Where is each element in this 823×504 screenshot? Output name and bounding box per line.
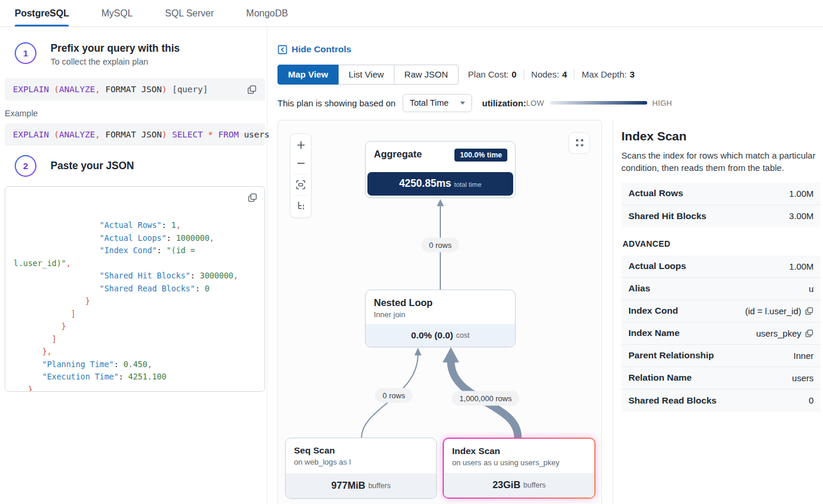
node-metric: 23GiB buffers (444, 473, 594, 498)
copy-icon[interactable] (247, 193, 257, 203)
max-depth-stat: Max Depth:3 (581, 69, 634, 79)
chevron-down-icon (460, 102, 465, 105)
detail-row: Aliasu (621, 278, 821, 300)
tab-postgresql[interactable]: PostgreSQL (15, 0, 69, 26)
node-nested-loop[interactable]: Nested Loop Inner join 0.0% (0.0) cost (365, 290, 516, 347)
map-toolbar (290, 133, 312, 218)
map-view-button[interactable]: Map View (277, 65, 339, 85)
edge-label-rows: 0 rows (375, 388, 413, 402)
copy-icon[interactable] (805, 329, 814, 338)
node-metric: 977MiB buffers (286, 473, 436, 498)
detail-row: Index Cond (id = l.user_id) (621, 300, 821, 322)
step-1-subtitle: To collect the explain plan (51, 57, 180, 66)
detail-row: Index Name users_pkey (621, 322, 821, 345)
node-metric: 0.0% (0.0) cost (366, 324, 515, 347)
fit-view-button[interactable] (292, 176, 309, 194)
node-subtitle: on users as u using users_pkey (452, 458, 594, 467)
showing-based-on-label: This plan is showing based on (277, 98, 396, 108)
step-2-title: Paste your JSON (51, 160, 134, 172)
fullscreen-button[interactable] (568, 132, 590, 154)
prefix-code: EXPLAIN (ANALYZE, FORMAT JSON) [query] (13, 85, 247, 94)
node-metric: 4250.85ms total time (367, 172, 513, 196)
metric-dropdown-value: Total Time (410, 98, 449, 107)
utilization-high-label: HIGH (653, 99, 673, 107)
example-label: Example (5, 109, 267, 118)
details-title: Index Scan (621, 129, 821, 143)
node-title: Aggregate (374, 149, 422, 160)
details-rows: Actual Rows1.00M Shared Hit Blocks3.00M (621, 183, 821, 227)
utilization-low-label: LOW (526, 99, 544, 107)
panel-collapse-left-icon (277, 45, 287, 55)
json-input-content: "Actual Rows": 1, "Actual Loops": 100000… (14, 219, 256, 392)
plan-view-panel: Hide Controls Map View List View Raw JSO… (267, 27, 823, 504)
tree-layout-button[interactable] (292, 197, 309, 215)
tab-sql-server[interactable]: SQL Server (165, 0, 214, 26)
plan-stats: Plan Cost:0 Nodes:4 Max Depth:3 (468, 69, 634, 80)
copy-icon[interactable] (247, 85, 257, 95)
input-panel: 1 Prefix your query with this To collect… (0, 27, 267, 504)
metric-dropdown[interactable]: Total Time (403, 94, 472, 112)
step-1-number: 1 (15, 42, 36, 64)
detail-row: Relation Nameusers (621, 367, 821, 389)
detail-row: Shared Hit Blocks3.00M (621, 205, 821, 227)
detail-row: Actual Loops1.00M (621, 256, 821, 278)
utilization-gradient-bar (550, 101, 647, 105)
utilization-label: utilization: (482, 98, 526, 108)
list-view-button[interactable]: List View (339, 65, 394, 85)
prefix-code-block: EXPLAIN (ANALYZE, FORMAT JSON) [query] (5, 78, 265, 100)
tab-mongodb[interactable]: MongoDB (246, 0, 288, 26)
node-title: Index Scan (452, 446, 500, 456)
details-description: Scans the index for rows which match a p… (621, 149, 821, 174)
node-subtitle: Inner join (374, 310, 515, 319)
nodes-stat: Nodes:4 (531, 69, 567, 79)
time-percent-badge: 100.0% time (454, 149, 507, 162)
copy-icon[interactable] (805, 307, 814, 315)
detail-row: Actual Rows1.00M (621, 183, 821, 205)
node-seq-scan[interactable]: Seq Scan on web_logs as l 977MiB buffers (285, 438, 437, 499)
detail-row: Shared Read Blocks0 (621, 389, 821, 412)
edge-label-rows: 1,000,000 rows (452, 391, 520, 405)
advanced-rows: Actual Loops1.00M Aliasu Index Cond (id … (621, 256, 821, 412)
step-2: 2 Paste your JSON (15, 155, 267, 177)
tab-mysql[interactable]: MySQL (101, 0, 132, 26)
example-code-block: EXPLAIN (ANALYZE, FORMAT JSON) SELECT * … (5, 123, 265, 146)
node-subtitle: on web_logs as l (294, 458, 436, 466)
node-title: Seq Scan (294, 445, 335, 456)
json-input[interactable]: "Actual Rows": 1, "Actual Loops": 100000… (5, 186, 265, 392)
view-switcher: Map View List View Raw JSON (277, 65, 459, 85)
example-code: EXPLAIN (ANALYZE, FORMAT JSON) SELECT * … (13, 130, 270, 139)
zoom-out-button[interactable] (292, 154, 309, 173)
node-title: Nested Loop (374, 297, 433, 308)
plan-map-canvas[interactable]: 0 rows 0 rows 1,000,000 rows Aggregate 1… (277, 120, 602, 504)
node-aggregate[interactable]: Aggregate 100.0% time 4250.85ms total ti… (365, 141, 516, 198)
step-1-title: Prefix your query with this (51, 42, 180, 55)
plan-cost-stat: Plan Cost:0 (468, 69, 517, 79)
database-tabbar: PostgreSQL MySQL SQL Server MongoDB (0, 0, 823, 27)
hide-controls-button[interactable]: Hide Controls (277, 44, 352, 55)
raw-json-button[interactable]: Raw JSON (394, 65, 459, 85)
step-1: 1 Prefix your query with this To collect… (15, 42, 267, 66)
hide-controls-label: Hide Controls (292, 44, 352, 55)
node-index-scan[interactable]: Index Scan on users as u using users_pke… (443, 438, 595, 499)
plan-controls: Hide Controls Map View List View Raw JSO… (267, 27, 823, 112)
zoom-in-button[interactable] (292, 136, 309, 154)
step-2-number: 2 (15, 155, 36, 177)
edge-label-rows: 0 rows (421, 237, 459, 252)
detail-row: Parent RelationshipInner (621, 345, 821, 367)
node-details-sidebar: Index Scan Scans the index for rows whic… (613, 120, 823, 504)
advanced-section-label: ADVANCED (623, 239, 821, 248)
